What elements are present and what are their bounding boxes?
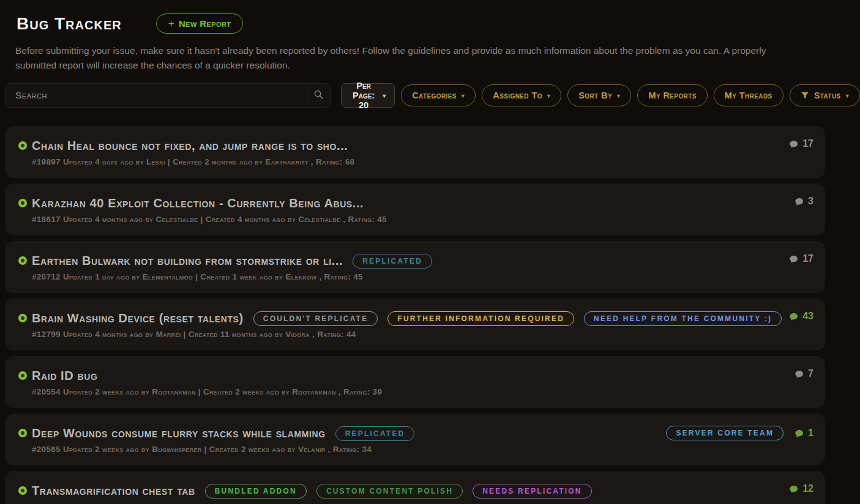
report-row-main: Earthen Bulwark not building from storms… <box>18 253 825 268</box>
intro-text: Before submitting your issue, make sure … <box>15 43 808 73</box>
chevron-down-icon: ▾ <box>462 93 465 99</box>
comment-count: 7 <box>795 368 813 379</box>
comment-bubble-icon <box>789 312 799 322</box>
report-right-area: 3 <box>783 196 813 207</box>
report-row-main: Raid ID bug <box>18 368 825 383</box>
report-right-area: 17 <box>778 253 813 264</box>
report-meta: #18617 Updated 4 months ago by Celestial… <box>32 215 825 224</box>
filter-label: Sort By <box>578 91 612 100</box>
report-right-area: 12 <box>778 483 813 494</box>
report-right-badges: SERVER CORE TEAM <box>656 426 783 440</box>
bug-tracker-page: Bug Tracker + New Report Before submitti… <box>0 0 860 504</box>
comment-count: 12 <box>789 483 813 494</box>
badge-server-core: SERVER CORE TEAM <box>666 426 783 440</box>
filter-button-sort-by[interactable]: Sort By ▾ <box>567 84 631 106</box>
report-row[interactable]: Transmagrification chest tab BUNDLED ADD… <box>5 471 825 504</box>
comment-bubble-icon <box>795 369 804 379</box>
report-row-main: Chain Heal bounce not fixed, and jump ra… <box>18 138 825 153</box>
report-badges: COULDN'T REPLICATEFURTHER INFORMATION RE… <box>244 313 782 324</box>
new-report-label: New Report <box>179 18 231 29</box>
report-row-main: Karazhan 40 Exploit Collection - Current… <box>18 196 825 210</box>
report-title[interactable]: Raid ID bug <box>32 369 97 383</box>
report-title[interactable]: Earthen Bulwark not building from storms… <box>32 254 343 268</box>
badge-need-help: NEED HELP FROM THE COMMUNITY :) <box>584 311 782 326</box>
comment-count-number: 17 <box>802 253 813 264</box>
report-title[interactable]: Transmagrification chest tab <box>32 484 195 498</box>
search-icon <box>313 89 324 102</box>
filter-label: Status <box>814 91 841 100</box>
report-badges: REPLICATED <box>343 255 432 266</box>
comment-count-number: 43 <box>802 311 813 322</box>
report-right-area: 7 <box>783 368 813 379</box>
report-meta: #20712 Updated 1 day ago by Elementalmoo… <box>32 272 825 281</box>
plus-icon: + <box>168 18 174 29</box>
chevron-down-icon: ▾ <box>846 93 849 99</box>
status-open-icon <box>18 199 27 207</box>
badge-needs-replication: NEEDS REPLICATION <box>473 484 592 498</box>
report-row-main: Transmagrification chest tab BUNDLED ADD… <box>18 483 825 498</box>
report-badges: REPLICATED <box>326 428 415 439</box>
chevron-down-icon: ▾ <box>383 93 386 99</box>
report-list: Chain Heal bounce not fixed, and jump ra… <box>5 126 825 504</box>
badge-custom-content: CUSTOM CONTENT POLISH <box>316 484 463 498</box>
status-open-icon <box>18 486 27 495</box>
page-title: Bug Tracker <box>17 14 122 34</box>
search-box <box>5 83 331 108</box>
header: Bug Tracker + New Report <box>0 0 860 34</box>
report-row[interactable]: Chain Heal bounce not fixed, and jump ra… <box>5 126 825 178</box>
comment-count: 17 <box>789 253 813 264</box>
badge-replicated: REPLICATED <box>353 254 432 269</box>
report-row-main: Brain Washing Device (reset talents) COU… <box>18 311 825 325</box>
report-badges: BUNDLED ADDONCUSTOM CONTENT POLISHNEEDS … <box>195 485 592 496</box>
badge-bundled-addon: BUNDLED ADDON <box>205 484 307 498</box>
badge-couldnt-replicate: COULDN'T REPLICATE <box>253 311 378 326</box>
report-row[interactable]: Earthen Bulwark not building from storms… <box>5 241 825 293</box>
report-meta: #12799 Updated 4 months ago by Marrei | … <box>32 330 825 339</box>
report-row[interactable]: Raid ID bug #20554 Updated 2 weeks ago b… <box>5 356 825 408</box>
comment-count: 1 <box>795 428 813 439</box>
comment-bubble-icon <box>789 254 799 264</box>
toolbar: Per Page: 20 ▾ Categories ▾ Assigned To … <box>5 83 860 108</box>
comment-count-number: 7 <box>808 368 813 379</box>
filter-icon <box>801 91 809 100</box>
status-open-icon <box>18 256 27 265</box>
report-meta: #20554 Updated 2 weeks ago by Rootankman… <box>32 387 825 396</box>
comment-bubble-icon <box>795 429 804 439</box>
badge-replicated: REPLICATED <box>335 426 415 441</box>
report-title[interactable]: Deep Wounds consume flurry stacks while … <box>32 426 326 440</box>
filter-button-assigned-to[interactable]: Assigned To ▾ <box>482 84 561 106</box>
comment-count-number: 1 <box>808 428 813 439</box>
comment-count: 3 <box>795 196 813 207</box>
report-meta: #19897 Updated 4 days ago by Leski | Cre… <box>32 157 825 166</box>
filter-button-my-reports[interactable]: My Reports <box>637 84 707 106</box>
filter-button-status[interactable]: Status ▾ <box>790 84 860 106</box>
per-page-dropdown[interactable]: Per Page: 20 ▾ <box>341 83 395 108</box>
filter-label: My Reports <box>648 91 696 100</box>
chevron-down-icon: ▾ <box>617 93 620 99</box>
report-title[interactable]: Karazhan 40 Exploit Collection - Current… <box>32 196 364 210</box>
comment-bubble-icon <box>795 197 804 207</box>
report-right-area: SERVER CORE TEAM 1 <box>656 426 813 440</box>
report-row[interactable]: Karazhan 40 Exploit Collection - Current… <box>5 183 825 235</box>
report-title[interactable]: Chain Heal bounce not fixed, and jump ra… <box>32 139 348 153</box>
report-row[interactable]: Brain Washing Device (reset talents) COU… <box>5 298 825 350</box>
badge-further-info: FURTHER INFORMATION REQUIRED <box>387 311 574 326</box>
filter-button-my-threads[interactable]: My Threads <box>714 84 783 106</box>
comment-count: 43 <box>789 311 813 322</box>
report-row[interactable]: Deep Wounds consume flurry stacks while … <box>5 413 825 465</box>
report-right-area: 17 <box>778 138 813 149</box>
filter-label: Categories <box>412 91 457 100</box>
search-button[interactable] <box>307 84 330 107</box>
filter-button-categories[interactable]: Categories ▾ <box>401 84 476 106</box>
comment-count-number: 12 <box>802 483 813 494</box>
comment-count-number: 17 <box>802 138 813 149</box>
comment-count-number: 3 <box>808 196 813 207</box>
filter-label: My Threads <box>725 91 772 100</box>
report-right-area: 43 <box>778 311 813 322</box>
comment-bubble-icon <box>789 484 799 494</box>
report-title[interactable]: Brain Washing Device (reset talents) <box>32 311 244 325</box>
search-input[interactable] <box>6 84 307 107</box>
comment-count: 17 <box>789 138 813 149</box>
new-report-button[interactable]: + New Report <box>156 13 244 34</box>
chevron-down-icon: ▾ <box>547 93 550 99</box>
